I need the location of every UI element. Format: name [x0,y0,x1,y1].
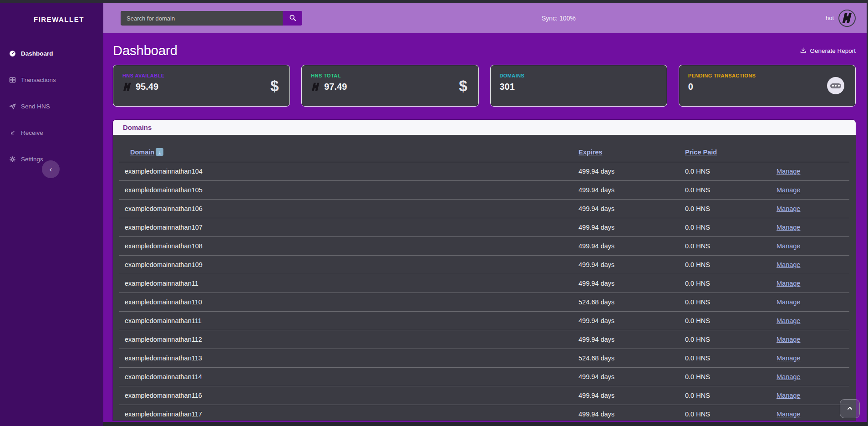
table-row: exampledomainnathan109499.94 days0.0 HNS… [119,256,849,274]
cell-domain: exampledomainnathan111 [119,317,579,324]
manage-link[interactable]: Manage [777,205,849,212]
cell-domain: exampledomainnathan110 [119,298,579,306]
domains-panel-header: Domains [113,120,856,135]
cell-domain: exampledomainnathan109 [119,261,579,268]
brand: FIREWALLET [0,3,103,35]
cell-price-paid: 0.0 HNS [685,354,777,362]
ellipsis-icon[interactable] [827,77,844,94]
cell-expires: 499.94 days [579,411,685,418]
stat-cards: HNS AVAILABLE95.49$HNS TOTAL97.49$DOMAIN… [113,65,856,107]
search-input[interactable] [121,11,283,26]
table-row: exampledomainnathan117499.94 days0.0 HNS… [119,405,849,421]
search-button[interactable] [283,11,302,26]
sidebar-item-label: Send HNS [21,103,50,110]
cell-price-paid: 0.0 HNS [685,224,777,231]
page-title: Dashboard [113,43,178,58]
table-row: exampledomainnathan110524.68 days0.0 HNS… [119,293,849,312]
manage-link[interactable]: Manage [777,392,849,399]
manage-link[interactable]: Manage [777,242,849,250]
cell-price-paid: 0.0 HNS [685,168,777,175]
cell-domain: exampledomainnathan116 [119,392,579,399]
manage-link[interactable]: Manage [777,186,849,194]
stat-card-pending-transactions: PENDING TRANSACTIONS0 [679,65,856,107]
cell-expires: 499.94 days [579,317,685,324]
cell-price-paid: 0.0 HNS [685,298,777,306]
manage-link[interactable]: Manage [777,411,849,418]
column-header-price-paid[interactable]: Price Paid [685,149,777,156]
dollar-sign-icon: $ [459,78,467,93]
dollar-sign-icon: $ [270,78,279,93]
chevron-up-icon [846,405,853,413]
cell-domain: exampledomainnathan106 [119,205,579,212]
cell-expires: 499.94 days [579,336,685,343]
table-row: exampledomainnathan105499.94 days0.0 HNS… [119,181,849,200]
scroll-to-top-button[interactable] [840,399,860,418]
sidebar-item-dashboard[interactable]: Dashboard [0,43,103,64]
sidebar-item-label: Receive [21,129,43,136]
manage-link[interactable]: Manage [777,354,849,362]
cell-domain: exampledomainnathan108 [119,242,579,250]
column-header-domain[interactable]: Domain [125,149,154,156]
generate-report-label: Generate Report [810,47,856,54]
wallet-switcher[interactable]: hot [826,3,856,33]
manage-link[interactable]: Manage [777,224,849,231]
cell-domain: exampledomainnathan112 [119,336,579,343]
handshake-coin-icon [122,82,132,92]
receive-icon [8,128,16,137]
sidebar-collapse-button[interactable]: ‹ [42,160,60,178]
gauge-icon [8,49,16,57]
window-bottom-edge [103,422,868,426]
stat-card-label: HNS AVAILABLE [122,73,280,78]
manage-link[interactable]: Manage [777,168,849,175]
manage-link[interactable]: Manage [777,261,849,268]
cell-domain: exampledomainnathan107 [119,224,579,231]
cell-expires: 499.94 days [579,205,685,212]
table-row: exampledomainnathan114499.94 days0.0 HNS… [119,368,849,386]
cell-price-paid: 0.0 HNS [685,336,777,343]
wallet-name: hot [826,15,834,21]
download-icon [800,47,807,55]
cell-price-paid: 0.0 HNS [685,392,777,399]
chevron-left-icon: ‹ [50,165,52,174]
table-row: exampledomainnathan108499.94 days0.0 HNS… [119,237,849,256]
cell-expires: 499.94 days [579,261,685,268]
sort-descending-icon[interactable]: ↓ [156,148,163,156]
handshake-logo-icon [838,10,856,27]
manage-link[interactable]: Manage [777,280,849,287]
manage-link[interactable]: Manage [777,373,849,380]
cell-expires: 499.94 days [579,280,685,287]
column-header-expires[interactable]: Expires [579,149,685,156]
domains-table-body: exampledomainnathan104499.94 days0.0 HNS… [119,162,849,421]
domains-table: Domain ↓ Expires Price Paid exampledomai… [113,135,856,421]
topbar: Sync: 100% hot [103,3,868,33]
sidebar-item-receive[interactable]: Receive [0,122,103,143]
main-content: Dashboard Generate Report HNS AVAILABLE9… [103,33,868,426]
table-row: exampledomainnathan113524.68 days0.0 HNS… [119,349,849,368]
stat-card-hns-total: HNS TOTAL97.49$ [301,65,478,107]
cell-expires: 499.94 days [579,373,685,380]
cell-expires: 499.94 days [579,168,685,175]
cell-price-paid: 0.0 HNS [685,280,777,287]
stat-card-label: DOMAINS [500,73,658,78]
cell-price-paid: 0.0 HNS [685,205,777,212]
stat-card-label: HNS TOTAL [311,73,469,78]
manage-link[interactable]: Manage [777,298,849,306]
domains-panel-title: Domains [123,123,152,131]
stat-card-value: 97.49 [324,82,347,92]
stat-card-domains: DOMAINS301 [490,65,667,107]
search-icon [289,14,296,23]
manage-link[interactable]: Manage [777,317,849,324]
cell-domain: exampledomainnathan114 [119,373,579,380]
manage-link[interactable]: Manage [777,336,849,343]
cell-price-paid: 0.0 HNS [685,317,777,324]
sidebar-item-transactions[interactable]: Transactions [0,69,103,90]
stat-card-hns-available: HNS AVAILABLE95.49$ [113,65,290,107]
sidebar: FIREWALLET DashboardTransactionsSend HNS… [0,3,103,426]
generate-report-button[interactable]: Generate Report [800,47,856,55]
sidebar-item-send-hns[interactable]: Send HNS [0,96,103,117]
cell-expires: 499.94 days [579,224,685,231]
sidebar-item-label: Settings [21,156,43,163]
window-top-edge [0,0,868,3]
domains-table-header: Domain ↓ Expires Price Paid [119,135,849,162]
brand-name: FIREWALLET [34,15,84,23]
